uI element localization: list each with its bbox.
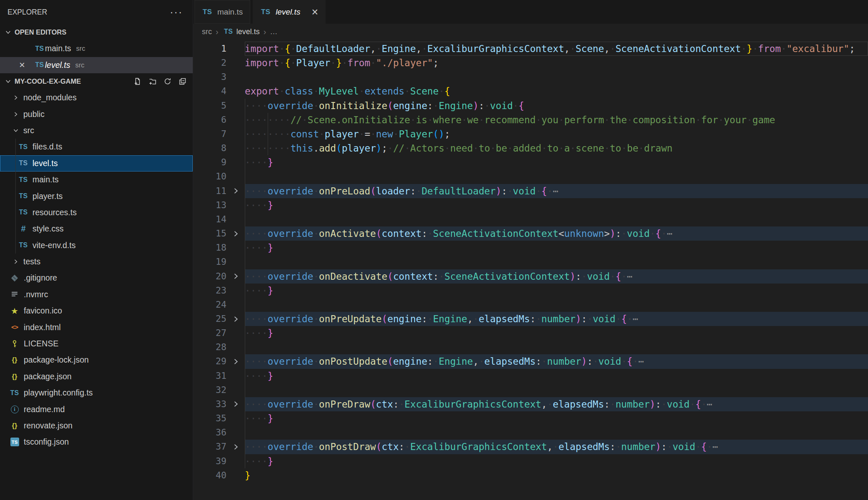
fold-chevron-icon[interactable] <box>226 184 245 198</box>
fold-chevron-icon[interactable] <box>226 354 245 368</box>
star-icon: ★ <box>9 306 20 316</box>
code-line-content: export·class·MyLevel·extends·Scene·{ <box>245 84 868 98</box>
workspace-actions <box>133 77 193 86</box>
tree-item-files.d.ts[interactable]: TSfiles.d.ts <box>0 139 193 155</box>
tree-folder-public[interactable]: public <box>0 106 193 122</box>
line-number: 10 <box>193 169 226 184</box>
code-line-5[interactable]: 5····override·onInitialize(engine:·Engin… <box>193 99 868 113</box>
open-editor-item-level.ts[interactable]: ×TSlevel.tssrc <box>0 57 193 74</box>
new-file-icon[interactable] <box>133 77 142 86</box>
code-line-23[interactable]: 23····} <box>193 284 868 298</box>
code-line-29[interactable]: 29····override·onPostUpdate(engine:·Engi… <box>193 354 868 368</box>
code-line-11[interactable]: 11····override·onPreLoad(loader:·Default… <box>193 184 868 198</box>
breadcrumb-item-level.ts[interactable]: TSlevel.ts <box>222 27 260 36</box>
tree-item-index.html[interactable]: <>index.html <box>0 319 193 335</box>
refresh-icon[interactable] <box>163 77 172 86</box>
code-line-35[interactable]: 35····} <box>193 411 868 425</box>
code-line-10[interactable]: 10 <box>193 169 868 184</box>
html-icon: <> <box>9 323 20 331</box>
code-line-36[interactable]: 36 <box>193 425 868 440</box>
code-line-14[interactable]: 14 <box>193 212 868 226</box>
tree-item-readme.md[interactable]: ireadme.md <box>0 401 193 417</box>
code-line-6[interactable]: 6········//·Scene.onInitialize·is·where·… <box>193 113 868 127</box>
code-line-9[interactable]: 9····} <box>193 155 868 169</box>
code-line-20[interactable]: 20····override·onDeactivate(context:·Sce… <box>193 269 868 284</box>
fold-slot <box>226 56 245 70</box>
ts-icon: TS <box>222 28 235 35</box>
line-number: 20 <box>193 269 226 284</box>
collapse-all-icon[interactable] <box>178 77 187 86</box>
fold-chevron-icon[interactable] <box>226 226 245 241</box>
code-line-15[interactable]: 15····override·onActivate(context:·Scene… <box>193 226 868 241</box>
code-line-32[interactable]: 32 <box>193 383 868 397</box>
tree-item-level.ts[interactable]: TSlevel.ts <box>0 155 193 172</box>
fold-chevron-icon[interactable] <box>226 269 245 284</box>
workspace-section-header[interactable]: MY-COOL-EX-GAME <box>0 73 193 90</box>
code-line-3[interactable]: 3 <box>193 70 868 84</box>
tree-item-.gitignore[interactable]: .gitignore <box>0 270 193 286</box>
tree-item-resources.ts[interactable]: TSresources.ts <box>0 204 193 221</box>
new-folder-icon[interactable] <box>148 77 157 86</box>
code-line-7[interactable]: 7········const·player·=·new·Player(); <box>193 127 868 141</box>
fold-chevron-icon[interactable] <box>226 440 245 454</box>
tree-item-main.ts[interactable]: TSmain.ts <box>0 172 193 188</box>
code-line-33[interactable]: 33····override·onPreDraw(ctx:·ExcaliburG… <box>193 397 868 411</box>
fold-chevron-icon[interactable] <box>226 397 245 411</box>
code-line-19[interactable]: 19 <box>193 255 868 269</box>
code-line-4[interactable]: 4export·class·MyLevel·extends·Scene·{ <box>193 84 868 98</box>
more-actions-icon[interactable]: ··· <box>170 10 183 14</box>
indent-guide <box>245 397 245 411</box>
code-line-40[interactable]: 40} <box>193 468 868 483</box>
tree-item-package.json[interactable]: {}package.json <box>0 368 193 385</box>
tree-item-label: public <box>23 109 45 119</box>
close-icon[interactable]: × <box>311 8 318 16</box>
chevron-right-icon <box>12 258 19 265</box>
open-editors-section-header[interactable]: OPEN EDITORS <box>0 24 193 40</box>
code-editor[interactable]: 1import·{·DefaultLoader,·Engine,·Excalib… <box>193 40 868 500</box>
code-line-39[interactable]: 39····} <box>193 454 868 468</box>
fold-slot <box>226 255 245 269</box>
code-line-27[interactable]: 27····} <box>193 326 868 340</box>
fold-chevron-icon[interactable] <box>226 312 245 326</box>
indent-guide <box>245 127 245 141</box>
tree-item-LICENSE[interactable]: LICENSE <box>0 336 193 352</box>
code-line-8[interactable]: 8········this.add(player);·//·Actors·nee… <box>193 141 868 155</box>
tree-folder-node_modules[interactable]: node_modules <box>0 90 193 106</box>
tree-folder-src[interactable]: src <box>0 122 193 139</box>
breadcrumb: src›TSlevel.ts›… <box>193 24 868 40</box>
tree-item-vite-env.d.ts[interactable]: TSvite-env.d.ts <box>0 237 193 254</box>
close-icon[interactable]: × <box>19 59 34 71</box>
breadcrumb-item-…[interactable]: … <box>270 27 277 36</box>
tree-item-.nvmrc[interactable]: .nvmrc <box>0 286 193 303</box>
code-line-1[interactable]: 1import·{·DefaultLoader,·Engine,·Excalib… <box>193 42 868 56</box>
tree-item-renovate.json[interactable]: {}renovate.json <box>0 418 193 434</box>
line-number: 18 <box>193 241 226 255</box>
tab-main.ts[interactable]: TSmain.ts <box>194 0 250 24</box>
tree-item-player.ts[interactable]: TSplayer.ts <box>0 188 193 204</box>
line-number: 23 <box>193 284 226 298</box>
code-line-2[interactable]: 2import·{·Player·}·from·"./player"; <box>193 56 868 70</box>
breadcrumb-item-src[interactable]: src <box>202 27 212 36</box>
code-line-24[interactable]: 24 <box>193 298 868 312</box>
code-line-13[interactable]: 13····} <box>193 198 868 212</box>
code-line-37[interactable]: 37····override·onPostDraw(ctx:·Excalibur… <box>193 440 868 454</box>
code-line-25[interactable]: 25····override·onPreUpdate(engine:·Engin… <box>193 312 868 326</box>
code-line-content: ····override·onPreDraw(ctx:·ExcaliburGra… <box>245 397 868 411</box>
code-line-31[interactable]: 31····} <box>193 369 868 383</box>
tree-item-tsconfig.json[interactable]: TStsconfig.json <box>0 434 193 450</box>
tree-folder-tests[interactable]: tests <box>0 254 193 270</box>
tab-bar: TSmain.tsTSlevel.ts× <box>193 0 868 24</box>
code-line-28[interactable]: 28 <box>193 340 868 354</box>
ts-icon: TS <box>18 241 29 249</box>
indent-guide <box>245 255 245 269</box>
code-line-18[interactable]: 18····} <box>193 241 868 255</box>
tree-item-favicon.ico[interactable]: ★favicon.ico <box>0 303 193 319</box>
tree-item-package-lock.json[interactable]: {}package-lock.json <box>0 352 193 368</box>
line-number: 15 <box>193 226 226 241</box>
open-editor-item-main.ts[interactable]: TSmain.tssrc <box>0 40 193 57</box>
tab-level.ts[interactable]: TSlevel.ts× <box>253 0 326 24</box>
tree-item-style.css[interactable]: #style.css <box>0 221 193 237</box>
line-number: 39 <box>193 454 226 468</box>
tree-item-playwright.config.ts[interactable]: TSplaywright.config.ts <box>0 385 193 401</box>
fold-slot <box>226 425 245 440</box>
